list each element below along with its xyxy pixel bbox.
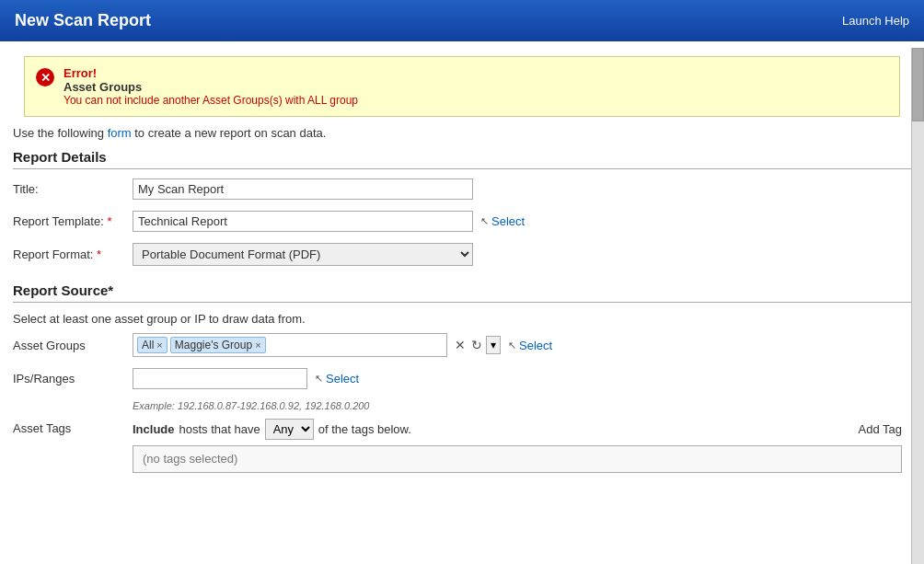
of-tags-label: of the tags below. — [318, 422, 411, 436]
error-banner: ✕ Error! Asset Groups You can not includ… — [24, 56, 900, 117]
page-title: New Scan Report — [15, 11, 151, 30]
error-content: Error! Asset Groups You can not include … — [64, 66, 358, 107]
hosts-that-have: hosts that have — [179, 422, 260, 436]
source-intro: Select at least one asset group or IP to… — [13, 312, 911, 326]
ips-example: Example: 192.168.0.87-192.168.0.92, 192.… — [133, 400, 911, 411]
cursor-icon-3: ↖ — [315, 373, 323, 385]
title-input-wrapper — [133, 178, 473, 200]
asset-tags-top: Include hosts that have Any All of the t… — [133, 419, 911, 440]
ips-input[interactable] — [133, 368, 307, 389]
template-label: Report Template: * — [13, 214, 133, 228]
template-input[interactable] — [133, 211, 473, 232]
scrollbar[interactable] — [911, 48, 924, 564]
tags-selected-box: (no tags selected) — [133, 445, 902, 473]
include-label: Include — [133, 422, 175, 436]
intro-before: Use the following — [13, 126, 108, 140]
intro-form-link[interactable]: form — [108, 126, 132, 140]
intro-text: Use the following form to create a new r… — [13, 126, 911, 140]
ips-row: IPs/Ranges ↖ Select — [13, 368, 911, 389]
format-select[interactable]: Portable Document Format (PDF) HTML CSV — [133, 243, 473, 266]
error-icon: ✕ — [36, 68, 54, 86]
header: New Scan Report Launch Help — [0, 0, 924, 41]
asset-tags-controls: Include hosts that have Any All of the t… — [133, 419, 411, 440]
report-details-section: Report Details Title: Report Template: *… — [13, 149, 911, 266]
report-source-section: Report Source* Select at least one asset… — [13, 282, 911, 473]
tag-maggies-group-remove[interactable]: × — [255, 340, 260, 351]
template-select-link[interactable]: ↖ Select — [480, 214, 525, 228]
error-title: Error! — [64, 66, 358, 80]
asset-tags-row: Asset Tags Include hosts that have Any A… — [13, 419, 911, 473]
asset-groups-select-link[interactable]: ↖ Select — [508, 339, 552, 352]
template-input-wrapper — [133, 211, 473, 232]
format-row: Report Format: * Portable Document Forma… — [13, 243, 911, 266]
ips-label: IPs/Ranges — [13, 372, 133, 386]
report-source-header: Report Source* — [13, 282, 911, 303]
asset-tags-any-select[interactable]: Any All — [265, 419, 314, 440]
format-required: * — [97, 247, 101, 261]
title-row: Title: — [13, 178, 911, 200]
template-row: Report Template: * ↖ Select — [13, 211, 911, 232]
asset-tags-label: Asset Tags — [13, 419, 133, 435]
main-content: ✕ Error! Asset Groups You can not includ… — [0, 41, 924, 558]
title-input[interactable] — [133, 178, 473, 200]
asset-groups-row: Asset Groups All × Maggie's Group × ✕ ↻ … — [13, 333, 911, 357]
format-label: Report Format: * — [13, 247, 133, 261]
cursor-icon: ↖ — [480, 215, 489, 227]
error-group-label: Asset Groups — [64, 80, 358, 94]
tag-maggies-group: Maggie's Group × — [170, 337, 266, 353]
tag-actions: ✕ ↻ ▾ — [453, 336, 501, 354]
asset-tags-content: Include hosts that have Any All of the t… — [133, 419, 911, 473]
tag-all-label: All — [142, 339, 154, 351]
tag-maggies-group-label: Maggie's Group — [175, 339, 252, 351]
report-details-header: Report Details — [13, 149, 911, 169]
tag-refresh-btn[interactable]: ↻ — [469, 338, 484, 352]
template-required: * — [107, 214, 111, 228]
tag-all: All × — [137, 337, 167, 353]
add-tag-button[interactable]: Add Tag — [859, 422, 902, 436]
tag-all-remove[interactable]: × — [156, 340, 162, 351]
launch-help-link[interactable]: Launch Help — [842, 14, 909, 28]
tag-input-box[interactable]: All × Maggie's Group × — [133, 333, 447, 357]
error-message: You can not include another Asset Groups… — [64, 94, 358, 107]
asset-groups-container: All × Maggie's Group × ✕ ↻ ▾ — [133, 333, 501, 357]
asset-groups-label: Asset Groups — [13, 339, 133, 352]
format-input-wrapper: Portable Document Format (PDF) HTML CSV — [133, 243, 473, 266]
tag-clear-btn[interactable]: ✕ — [453, 338, 468, 352]
intro-after: to create a new report on scan data. — [132, 126, 327, 140]
tag-dropdown-btn[interactable]: ▾ — [486, 336, 501, 354]
cursor-icon-2: ↖ — [508, 340, 516, 351]
title-label: Title: — [13, 182, 133, 196]
ips-select-link[interactable]: ↖ Select — [315, 372, 359, 386]
scrollbar-thumb[interactable] — [912, 48, 924, 121]
